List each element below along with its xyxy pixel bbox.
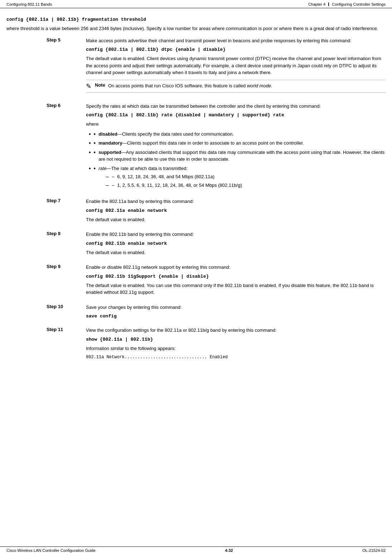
step-9-row: Step 9 Enable or disable 802.11g network… (47, 264, 386, 299)
step-11-text2: Information similar to the following app… (86, 345, 386, 352)
bullet-marker-3: • (94, 149, 96, 156)
step-8-label: Step 8 (47, 231, 86, 259)
step-5-text2: The default value is enabled. Client dev… (86, 55, 386, 76)
note-box: ✎ Note On access points that run Cisco I… (86, 80, 386, 93)
step-5-label: Step 5 (47, 37, 86, 98)
page-header: Configuring 802.11 Bands Chapter 4 Confi… (0, 0, 392, 8)
sub-bullet-80211bg: – 1, 2, 5.5, 6, 9, 11, 12, 18, 24, 36, 4… (106, 182, 242, 189)
step-8-code: config 802.11b enable network (86, 241, 386, 246)
step-7-code: config 802.11a enable network (86, 208, 386, 213)
note-label: Note (95, 82, 105, 88)
bullet-disabled: • disabled—Clients specify the data rate… (89, 131, 386, 138)
step-11-text1: View the configuration settings for the … (86, 327, 386, 334)
step-10-row: Step 10 Save your changes by entering th… (47, 304, 386, 322)
chapter-label: Chapter 4 (308, 2, 325, 6)
bullet-mandatory: • mandatory—Clients support this data ra… (89, 140, 386, 147)
note-text: On access points that run Cisco IOS soft… (108, 82, 272, 89)
step-9-code: config 802.11b 11gSupport {enable | disa… (86, 274, 386, 279)
bullet-rate: • rate—The rate at which data is transmi… (89, 165, 386, 190)
step-6-label: Step 6 (47, 103, 86, 193)
step-11-content: View the configuration settings for the … (86, 327, 386, 361)
step-5-code: config {802.11a | 802.11b} dtpc {enable … (86, 47, 386, 52)
rate-sub-list: – 6, 9, 12, 18, 24, 36, 48, and 54 Mbps … (106, 173, 242, 189)
bullet-supported-text: supported—Any associated clients that su… (98, 149, 386, 163)
bullet-marker: • (94, 131, 96, 137)
step-6-row: Step 6 Specify the rates at which data c… (47, 103, 386, 193)
header-separator (328, 3, 329, 6)
chapter-title: Configuring Controller Settings (332, 2, 386, 6)
header-right-section: Chapter 4 Configuring Controller Setting… (308, 2, 386, 6)
step-8-content: Enable the 802.11b band by entering this… (86, 231, 386, 259)
bullet-marker-4: • (94, 165, 96, 172)
step-10-text1: Save your changes by entering this comma… (86, 304, 386, 311)
bullet-marker-2: • (94, 140, 96, 146)
content-area: config {802.11a | 802.11b} fragmentation… (0, 8, 392, 375)
step-8-row: Step 8 Enable the 802.11b band by enteri… (47, 231, 386, 259)
step-9-label: Step 9 (47, 264, 86, 299)
sub-bullet-80211a: – 6, 9, 12, 18, 24, 36, 48, and 54 Mbps … (106, 173, 242, 180)
step-10-code: save config (86, 314, 386, 319)
step-11-code-block: 802.11a Network.........................… (86, 355, 386, 360)
step-5-text1: Make access points advertise their chann… (86, 37, 386, 44)
step-7-text2: The default value is enabled. (86, 216, 386, 223)
bullet-disabled-text: disabled—Clients specify the data rates … (98, 131, 234, 138)
step-7-row: Step 7 Enable the 802.11a band by enteri… (47, 198, 386, 226)
intro-text: where threshold is a value between 256 a… (6, 25, 386, 32)
footer-right: OL-21524-02 (362, 548, 386, 553)
page-number: 4-32 (225, 548, 233, 553)
step-6-code: config {802.11a | 802.11b} rate {disable… (86, 112, 386, 118)
step-8-text2: The default value is enabled. (86, 249, 386, 256)
step-11-code: show {802.11a | 802.11b} (86, 337, 386, 342)
step-11-row: Step 11 View the configuration settings … (47, 327, 386, 361)
step-9-text2: The default value is enabled. You can us… (86, 282, 386, 296)
step-7-content: Enable the 802.11a band by entering this… (86, 198, 386, 226)
footer-left: Cisco Wireless LAN Controller Configurat… (6, 548, 96, 553)
step-7-label: Step 7 (47, 198, 86, 226)
sub-bullet-80211a-text: 6, 9, 12, 18, 24, 36, 48, and 54 Mbps (8… (117, 173, 214, 180)
step-11-label: Step 11 (47, 327, 86, 361)
intro-code: config {802.11a | 802.11b} fragmentation… (6, 17, 386, 22)
step-6-content: Specify the rates at which data can be t… (86, 103, 386, 193)
step-6-text1: Specify the rates at which data can be t… (86, 103, 386, 110)
bullet-mandatory-text: mandatory—Clients support this data rate… (98, 140, 304, 147)
bullet-rate-text: rate—The rate at which data is transmitt… (98, 165, 242, 190)
header-sub-label: Configuring 802.11 Bands (6, 2, 52, 6)
step-9-text1: Enable or disable 802.11g network suppor… (86, 264, 386, 271)
step-9-content: Enable or disable 802.11g network suppor… (86, 264, 386, 299)
step-10-content: Save your changes by entering this comma… (86, 304, 386, 322)
step-5-row: Step 5 Make access points advertise thei… (47, 37, 386, 98)
step-7-text1: Enable the 802.11a band by entering this… (86, 198, 386, 205)
intro-block: config {802.11a | 802.11b} fragmentation… (6, 17, 386, 32)
header-left-section: Configuring 802.11 Bands (6, 2, 52, 6)
bullet-supported: • supported—Any associated clients that … (89, 149, 386, 163)
step-8-text1: Enable the 802.11b band by entering this… (86, 231, 386, 238)
sub-bullet-80211bg-text: 1, 2, 5.5, 6, 9, 11, 12, 18, 24, 36, 48,… (117, 182, 242, 189)
step-6-where: where (86, 121, 386, 128)
step-5-content: Make access points advertise their chann… (86, 37, 386, 98)
note-pencil-icon: ✎ (86, 82, 91, 90)
step-10-label: Step 10 (47, 304, 86, 322)
step-6-bullet-list: • disabled—Clients specify the data rate… (89, 131, 386, 190)
page-footer: Cisco Wireless LAN Controller Configurat… (0, 546, 392, 554)
